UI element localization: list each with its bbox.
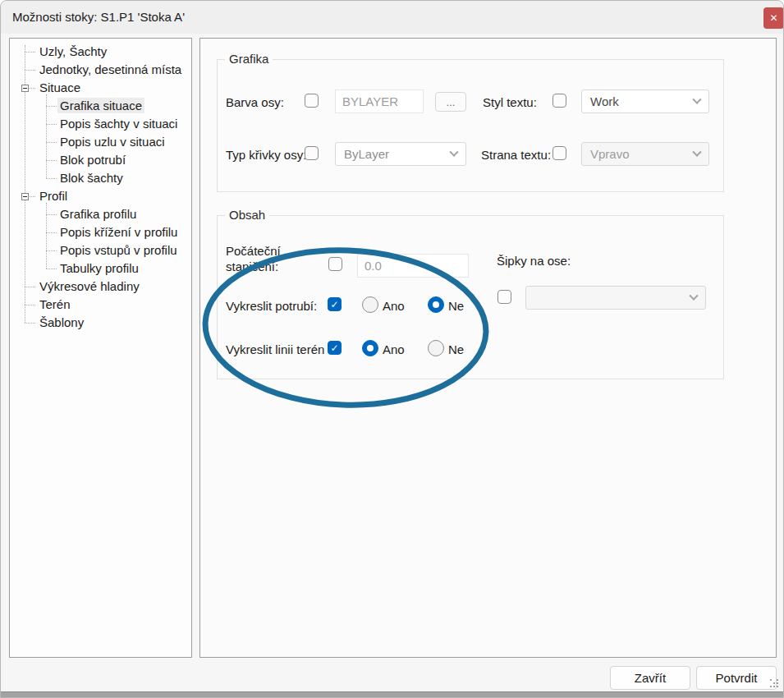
tree-item-uzly-achty[interactable]: Uzly, Šachty (10, 43, 191, 61)
tree-item-profil[interactable]: Profil (10, 187, 191, 205)
typ-krivky-value: ByLayer (344, 147, 389, 161)
sipky-na-ose-label: Šipky na ose: (497, 253, 571, 269)
teren-ano-radio[interactable] (362, 340, 378, 356)
pocatecni-stanicen-checkbox[interactable] (328, 257, 342, 271)
strana-textu-dropdown[interactable]: Vpravo (581, 142, 709, 166)
barva-osy-browse-button[interactable]: ... (435, 92, 466, 112)
styl-textu-dropdown[interactable]: Work (581, 90, 709, 113)
vykreslit-potrubi-checkbox[interactable] (328, 297, 342, 311)
chevron-down-icon (692, 147, 701, 156)
teren-ne-radio[interactable] (428, 340, 444, 356)
collapse-minus-icon[interactable] (21, 85, 29, 92)
tree-item-tabulky-profilu[interactable]: Tabulky profilu (10, 259, 191, 278)
potrubi-ano-label: Ano (383, 298, 405, 314)
strana-textu-label: Strana textu: (481, 147, 551, 163)
group-grafika: Grafika Barva osy: ... Styl textu: Work … (217, 59, 724, 192)
content-panel: Grafika Barva osy: ... Styl textu: Work … (199, 38, 777, 658)
vykreslit-teren-checkbox[interactable] (328, 341, 342, 355)
tree-item-label: Profil (37, 188, 70, 204)
tree-item-label: Jednotky, desetinná místa (37, 62, 184, 77)
options-dialog: Možnosti stoky: S1.P1 'Stoka A' ✕ Uzly, … (0, 0, 784, 698)
tree-item-ter-n[interactable]: Terén (10, 296, 191, 314)
tree-item-label: Popis šachty v situaci (57, 116, 180, 131)
tree-item-label: Popis křížení v profilu (57, 224, 180, 240)
tree-item-label: Výkresové hladiny (37, 278, 142, 294)
styl-textu-label: Styl textu: (483, 94, 537, 110)
potrubi-ano-radio[interactable] (362, 296, 378, 313)
tree-item-ablony[interactable]: Šablony (10, 314, 191, 332)
tree-item-v-kresov-hladiny[interactable]: Výkresové hladiny (10, 278, 191, 296)
group-obsah-legend: Obsah (225, 208, 269, 222)
typ-krivky-label: Typ křivky osy: (226, 147, 306, 163)
bottom-edge (1, 691, 783, 697)
close-dialog-button[interactable]: Zavřít (610, 666, 690, 690)
tree-item-label: Popis uzlu v situaci (57, 134, 167, 149)
vykreslit-teren-label: Vykreslit linii terén (226, 342, 324, 357)
settings-tree: Uzly, ŠachtyJednotky, desetinná místaSit… (9, 38, 192, 658)
strana-textu-value: Vpravo (590, 147, 630, 161)
barva-osy-label: Barva osy: (226, 94, 284, 110)
window-title: Možnosti stoky: S1.P1 'Stoka A' (12, 10, 185, 24)
tree-item-label: Blok potrubí (57, 152, 128, 168)
barva-osy-checkbox[interactable] (305, 94, 319, 108)
chevron-down-icon (449, 147, 458, 156)
strana-textu-checkbox[interactable] (552, 146, 566, 160)
chevron-down-icon (692, 94, 701, 103)
tree-item-label: Popis vstupů v profilu (57, 242, 180, 258)
pocatecni-stanicen-value-input[interactable] (357, 254, 469, 278)
pocatecni-stanicen-label: Počáteční staničení: (226, 243, 308, 274)
tree-item-label: Terén (37, 296, 73, 312)
styl-textu-checkbox[interactable] (552, 94, 566, 108)
collapse-minus-icon[interactable] (21, 193, 29, 200)
typ-krivky-checkbox[interactable] (305, 146, 319, 160)
resize-grip[interactable] (770, 679, 780, 689)
sipky-na-ose-checkbox[interactable] (497, 290, 511, 304)
group-grafika-legend: Grafika (225, 52, 273, 66)
tree-item-label: Situace (37, 80, 83, 95)
potrubi-ne-radio[interactable] (428, 296, 444, 313)
tree-item-label: Grafika situace (57, 98, 144, 113)
teren-ne-label: Ne (448, 342, 464, 357)
barva-osy-value-input[interactable] (335, 90, 424, 113)
tree-item-popis-vstup-v-profilu[interactable]: Popis vstupů v profilu (10, 241, 191, 259)
tree-item-jednotky-desetinn-m-sta[interactable]: Jednotky, desetinná místa (10, 61, 191, 79)
vykreslit-potrubi-label: Vykreslit potrubí: (226, 298, 317, 314)
close-button[interactable]: ✕ (763, 7, 784, 29)
tree-item-popis-uzlu-v-situaci[interactable]: Popis uzlu v situaci (10, 133, 191, 151)
sipky-na-ose-dropdown[interactable] (525, 286, 706, 310)
styl-textu-value: Work (590, 94, 619, 108)
chevron-down-icon (689, 291, 698, 300)
tree-item-blok-potrub[interactable]: Blok potrubí (10, 151, 191, 169)
tree-item-label: Blok šachty (57, 170, 126, 186)
tree-item-label: Uzly, Šachty (37, 44, 109, 59)
typ-krivky-dropdown[interactable]: ByLayer (335, 142, 466, 166)
tree-item-blok-achty[interactable]: Blok šachty (10, 169, 191, 187)
teren-ano-label: Ano (383, 342, 405, 357)
tree-item-situace[interactable]: Situace (10, 79, 191, 97)
potrubi-ne-label: Ne (448, 298, 464, 314)
close-icon: ✕ (769, 13, 777, 23)
group-obsah: Obsah Počáteční staničení: Šipky na ose:… (217, 215, 724, 379)
tree-item-grafika-situace[interactable]: Grafika situace (10, 97, 191, 115)
tree-item-label: Šablony (37, 315, 86, 330)
tree-item-popis-k-en-v-profilu[interactable]: Popis křížení v profilu (10, 223, 191, 241)
confirm-button[interactable]: Potvrdit (696, 666, 777, 690)
tree-item-label: Grafika profilu (57, 206, 139, 222)
tree-item-grafika-profilu[interactable]: Grafika profilu (10, 205, 191, 223)
titlebar[interactable]: Možnosti stoky: S1.P1 'Stoka A' ✕ (1, 1, 783, 34)
tree-item-popis-achty-v-situaci[interactable]: Popis šachty v situaci (10, 115, 191, 133)
tree-item-label: Tabulky profilu (57, 260, 141, 276)
